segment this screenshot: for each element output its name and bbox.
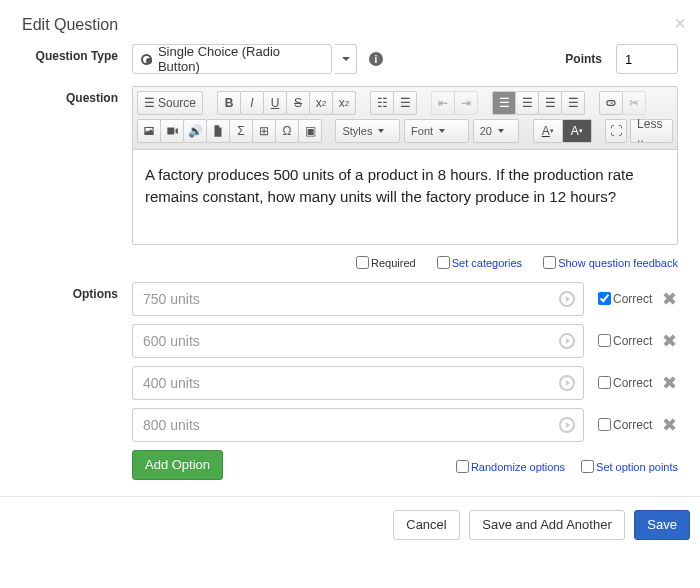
delete-option-icon[interactable]: ✖ <box>660 414 678 436</box>
omega-button[interactable]: Ω <box>275 119 299 143</box>
editor-toolbar: ☰Source B I U S x2 x2 ☷ <box>133 87 677 150</box>
correct-checkbox[interactable]: Correct <box>594 289 650 308</box>
save-button[interactable]: Save <box>634 510 690 540</box>
expand-icon[interactable] <box>559 333 575 349</box>
bg-color-button[interactable]: A▾ <box>562 119 592 143</box>
option-input[interactable]: 800 units <box>132 408 584 442</box>
option-text: 750 units <box>143 291 200 307</box>
question-textarea[interactable]: A factory produces 500 units of a produc… <box>133 150 677 244</box>
correct-checkbox[interactable]: Correct <box>594 415 650 434</box>
option-text: 400 units <box>143 375 200 391</box>
option-row: 600 unitsCorrect✖ <box>132 324 678 358</box>
expand-icon[interactable] <box>559 375 575 391</box>
radio-icon <box>141 54 152 65</box>
cancel-button[interactable]: Cancel <box>393 510 459 540</box>
question-type-label: Question Type <box>22 44 132 74</box>
add-option-button[interactable]: Add Option <box>132 450 223 480</box>
option-row: 800 unitsCorrect✖ <box>132 408 678 442</box>
outdent-button[interactable]: ⇤ <box>431 91 455 115</box>
maximize-button[interactable]: ⛶ <box>605 119 627 143</box>
template-button[interactable]: ▣ <box>298 119 322 143</box>
points-input[interactable] <box>616 44 678 74</box>
bullet-list-button[interactable]: ☰ <box>393 91 417 115</box>
bold-button[interactable]: B <box>217 91 241 115</box>
set-option-points-link[interactable]: Set option points <box>577 461 678 473</box>
option-input[interactable]: 400 units <box>132 366 584 400</box>
less-button[interactable]: Less .. <box>630 119 673 143</box>
show-feedback-link[interactable]: Show question feedback <box>539 257 678 269</box>
sigma-button[interactable]: Σ <box>229 119 253 143</box>
font-select[interactable]: Font <box>404 119 469 143</box>
size-select[interactable]: 20 <box>473 119 520 143</box>
close-icon[interactable]: × <box>674 12 686 35</box>
question-type-value: Single Choice (Radio Button) <box>158 44 323 74</box>
set-categories-link[interactable]: Set categories <box>433 257 522 269</box>
source-button[interactable]: ☰Source <box>137 91 203 115</box>
save-add-another-button[interactable]: Save and Add Another <box>469 510 624 540</box>
options-label: Options <box>22 282 132 480</box>
audio-button[interactable]: 🔊 <box>183 119 207 143</box>
image-button[interactable] <box>137 119 161 143</box>
video-button[interactable] <box>160 119 184 143</box>
required-checkbox[interactable]: Required <box>352 257 416 269</box>
randomize-options-link[interactable]: Randomize options <box>452 461 565 473</box>
file-button[interactable] <box>206 119 230 143</box>
align-left-button[interactable]: ☰ <box>492 91 516 115</box>
numbered-list-button[interactable]: ☷ <box>370 91 394 115</box>
info-icon[interactable]: i <box>369 52 383 66</box>
delete-option-icon[interactable]: ✖ <box>660 288 678 310</box>
styles-select[interactable]: Styles <box>335 119 400 143</box>
question-label: Question <box>22 86 132 270</box>
option-row: 750 unitsCorrect✖ <box>132 282 678 316</box>
align-center-button[interactable]: ☰ <box>515 91 539 115</box>
align-right-button[interactable]: ☰ <box>538 91 562 115</box>
unlink-button[interactable]: ✂ <box>622 91 646 115</box>
page-title: Edit Question <box>22 16 118 33</box>
option-input[interactable]: 600 units <box>132 324 584 358</box>
subscript-button[interactable]: x2 <box>309 91 333 115</box>
option-text: 600 units <box>143 333 200 349</box>
option-row: 400 unitsCorrect✖ <box>132 366 678 400</box>
delete-option-icon[interactable]: ✖ <box>660 330 678 352</box>
align-justify-button[interactable]: ☰ <box>561 91 585 115</box>
expand-icon[interactable] <box>559 291 575 307</box>
correct-checkbox[interactable]: Correct <box>594 373 650 392</box>
link-button[interactable] <box>599 91 623 115</box>
indent-button[interactable]: ⇥ <box>454 91 478 115</box>
rich-text-editor: ☰Source B I U S x2 x2 ☷ <box>132 86 678 245</box>
correct-checkbox[interactable]: Correct <box>594 331 650 350</box>
strike-button[interactable]: S <box>286 91 310 115</box>
question-type-select[interactable]: Single Choice (Radio Button) <box>132 44 332 74</box>
text-color-button[interactable]: A▾ <box>533 119 563 143</box>
table-button[interactable]: ⊞ <box>252 119 276 143</box>
italic-button[interactable]: I <box>240 91 264 115</box>
question-type-caret[interactable] <box>335 44 357 74</box>
expand-icon[interactable] <box>559 417 575 433</box>
option-text: 800 units <box>143 417 200 433</box>
underline-button[interactable]: U <box>263 91 287 115</box>
points-label: Points <box>565 52 602 66</box>
option-input[interactable]: 750 units <box>132 282 584 316</box>
delete-option-icon[interactable]: ✖ <box>660 372 678 394</box>
superscript-button[interactable]: x2 <box>332 91 356 115</box>
